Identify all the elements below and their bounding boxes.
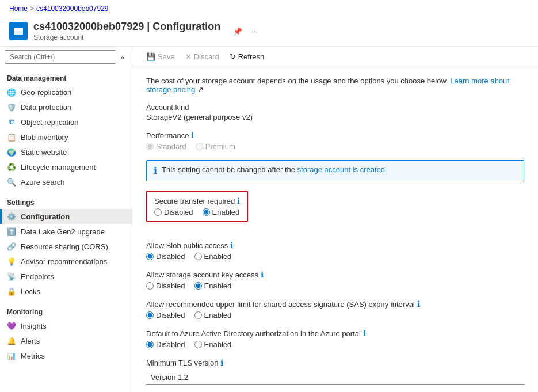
more-button[interactable]: ··· xyxy=(249,26,260,37)
sidebar-label-geo-replication: Geo-replication xyxy=(21,88,71,97)
sidebar-item-endpoints[interactable]: 📡 Endpoints xyxy=(0,269,132,284)
data-lake-icon: ⬆️ xyxy=(7,227,16,236)
performance-radio-group: Standard Premium xyxy=(146,142,524,151)
storage-account-icon xyxy=(9,22,28,40)
min-tls-input[interactable] xyxy=(146,371,524,385)
allow-blob-info-icon[interactable]: ℹ xyxy=(230,241,233,250)
allow-key-enabled-radio[interactable] xyxy=(194,282,202,290)
sidebar-item-blob-inventory[interactable]: 📋 Blob inventory xyxy=(0,130,132,144)
section-title-data-management: Data management xyxy=(0,72,132,85)
discard-label: Discard xyxy=(194,52,219,61)
save-icon: 💾 xyxy=(146,52,155,61)
info-text-content: The cost of your storage account depends… xyxy=(146,77,448,85)
allow-blob-label: Allow Blob public access ℹ xyxy=(146,241,524,250)
sidebar-item-azure-search[interactable]: 🔍 Azure search xyxy=(0,174,132,189)
sidebar-item-configuration[interactable]: ⚙️ Configuration xyxy=(0,209,132,224)
sidebar-item-lifecycle-management[interactable]: ♻️ Lifecycle management xyxy=(0,159,132,174)
sidebar-item-data-protection[interactable]: 🛡️ Data protection xyxy=(0,100,132,115)
sidebar-label-data-lake-gen2: Data Lake Gen2 upgrade xyxy=(21,227,105,236)
allow-sas-enabled-radio[interactable] xyxy=(194,311,202,319)
performance-group: Performance ℹ Standard Premium xyxy=(146,131,524,151)
allow-sas-info-icon[interactable]: ℹ xyxy=(417,299,420,309)
sidebar-label-lifecycle-management: Lifecycle management xyxy=(21,163,96,172)
secure-transfer-disabled-option[interactable]: Disabled xyxy=(154,208,193,216)
resource-sharing-icon: 🔗 xyxy=(7,242,16,251)
secure-transfer-radio-group: Disabled Enabled xyxy=(154,208,240,216)
account-kind-value: StorageV2 (general purpose v2) xyxy=(146,113,524,121)
allow-sas-disabled-radio[interactable] xyxy=(146,311,154,319)
sidebar-label-endpoints: Endpoints xyxy=(21,272,54,281)
sidebar-item-static-website[interactable]: 🌍 Static website xyxy=(0,144,132,159)
performance-premium-radio[interactable] xyxy=(196,143,203,150)
sidebar-section-settings: Settings ⚙️ Configuration ⬆️ Data Lake G… xyxy=(0,192,132,301)
sidebar-item-insights[interactable]: 💜 Insights xyxy=(0,318,132,333)
allow-sas-enabled-option[interactable]: Enabled xyxy=(194,311,232,319)
sidebar-item-alerts[interactable]: 🔔 Alerts xyxy=(0,333,132,348)
sidebar-item-resource-sharing[interactable]: 🔗 Resource sharing (CORS) xyxy=(0,239,132,254)
sidebar-item-advisor-recommendations[interactable]: 💡 Advisor recommendations xyxy=(0,254,132,269)
allow-key-disabled-option[interactable]: Disabled xyxy=(146,281,185,290)
toolbar: 💾 Save ✕ Discard ↻ Refresh xyxy=(132,47,538,67)
static-website-icon: 🌍 xyxy=(7,147,16,157)
sidebar-item-metrics[interactable]: 📊 Metrics xyxy=(0,348,132,363)
search-input[interactable] xyxy=(5,50,116,64)
insights-icon: 💜 xyxy=(7,321,16,330)
save-button[interactable]: 💾 Save xyxy=(142,50,180,63)
advisor-icon: 💡 xyxy=(7,257,16,266)
default-aad-enabled-radio[interactable] xyxy=(194,341,202,348)
allow-sas-radio-group: Disabled Enabled xyxy=(146,311,524,319)
secure-transfer-enabled-option[interactable]: Enabled xyxy=(203,208,240,216)
object-replication-icon: ⧉ xyxy=(7,117,16,127)
performance-standard-option[interactable]: Standard xyxy=(146,142,186,151)
allow-key-disabled-radio[interactable] xyxy=(146,282,154,290)
data-protection-icon: 🛡️ xyxy=(7,102,16,112)
performance-info-icon[interactable]: ℹ xyxy=(191,131,194,140)
breadcrumb-resource[interactable]: cs410032000beb07929 xyxy=(36,5,108,13)
content-body: The cost of your storage account depends… xyxy=(132,67,538,392)
metrics-icon: 📊 xyxy=(7,351,16,360)
discard-button[interactable]: ✕ Discard xyxy=(181,50,224,63)
min-tls-info-icon[interactable]: ℹ xyxy=(220,358,223,367)
refresh-button[interactable]: ↻ Refresh xyxy=(225,50,269,63)
performance-standard-radio[interactable] xyxy=(146,143,154,150)
sidebar-label-resource-sharing: Resource sharing (CORS) xyxy=(21,242,108,251)
page-subtitle: Storage account xyxy=(33,33,83,41)
secure-transfer-enabled-radio[interactable] xyxy=(203,208,210,216)
locks-icon: 🔒 xyxy=(7,287,16,296)
refresh-label: Refresh xyxy=(238,52,265,61)
sidebar-item-data-lake-gen2[interactable]: ⬆️ Data Lake Gen2 upgrade xyxy=(0,224,132,239)
allow-sas-group: Allow recommended upper limit for shared… xyxy=(146,299,524,319)
default-aad-info-icon[interactable]: ℹ xyxy=(363,329,366,338)
page-title: cs410032000beb07929 | Configuration xyxy=(33,21,220,33)
main-layout: « Data management 🌐 Geo-replication 🛡️ D… xyxy=(0,47,538,392)
default-aad-disabled-option[interactable]: Disabled xyxy=(146,340,185,349)
allow-blob-enabled-radio[interactable] xyxy=(194,253,202,260)
allow-blob-disabled-option[interactable]: Disabled xyxy=(146,252,185,261)
sidebar-label-blob-inventory: Blob inventory xyxy=(21,133,68,142)
allow-blob-disabled-radio[interactable] xyxy=(146,253,154,260)
performance-premium-option[interactable]: Premium xyxy=(196,142,235,151)
sidebar-collapse-button[interactable]: « xyxy=(119,51,127,64)
info-banner-text: This setting cannot be changed after the… xyxy=(162,165,387,174)
allow-key-access-info-icon[interactable]: ℹ xyxy=(261,270,264,279)
default-aad-enabled-option[interactable]: Enabled xyxy=(194,340,232,349)
allow-blob-enabled-option[interactable]: Enabled xyxy=(194,252,232,261)
configuration-icon: ⚙️ xyxy=(7,212,16,221)
sidebar-item-locks[interactable]: 🔒 Locks xyxy=(0,284,132,299)
breadcrumb-home[interactable]: Home xyxy=(9,5,28,13)
sidebar: « Data management 🌐 Geo-replication 🛡️ D… xyxy=(0,47,132,392)
sidebar-item-object-replication[interactable]: ⧉ Object replication xyxy=(0,115,132,130)
default-aad-radio-group: Disabled Enabled xyxy=(146,340,524,349)
allow-key-enabled-option[interactable]: Enabled xyxy=(194,281,232,290)
sidebar-item-geo-replication[interactable]: 🌐 Geo-replication xyxy=(0,85,132,100)
sidebar-label-alerts: Alerts xyxy=(21,337,40,345)
section-title-settings: Settings xyxy=(0,196,132,209)
allow-sas-disabled-option[interactable]: Disabled xyxy=(146,311,185,319)
pin-button[interactable]: 📌 xyxy=(231,26,245,37)
default-aad-disabled-radio[interactable] xyxy=(146,341,154,348)
min-tls-group: Minimum TLS version ℹ xyxy=(146,358,524,385)
secure-transfer-disabled-radio[interactable] xyxy=(154,208,162,216)
lifecycle-icon: ♻️ xyxy=(7,162,16,172)
info-banner-highlight: storage account is created. xyxy=(297,165,387,174)
secure-transfer-info-icon[interactable]: ℹ xyxy=(237,196,240,205)
